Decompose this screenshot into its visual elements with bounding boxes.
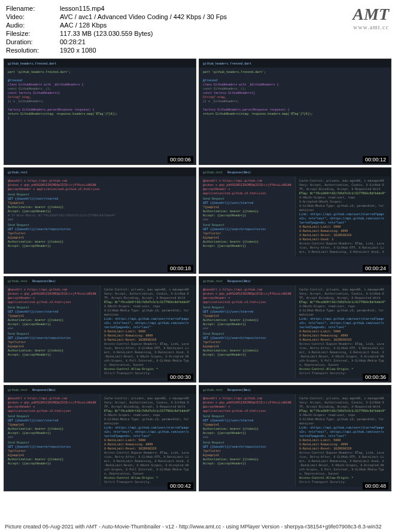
metadata-header: Filename:lesson115.mp4 Video:AVC / avc1 … — [0, 0, 395, 57]
timestamp: 00:00:12 — [363, 156, 388, 163]
thumbnail-6: github.restResponse(8ms) @baseUrl = http… — [199, 276, 391, 383]
video-label: Video: — [6, 13, 60, 20]
timestamp: 00:00:24 — [363, 265, 388, 272]
filesize-label: Filesize: — [6, 30, 60, 37]
thumbnail-4: github.restResponse(8ms) @baseUrl = http… — [199, 167, 391, 274]
tab-file: github_headers.freezed.dart — [203, 62, 251, 65]
timestamp: 00:00:48 — [363, 482, 388, 490]
video-value: AVC / avc1 / Advanced Video Coding / 442… — [60, 13, 227, 20]
footer-credits: Picture created 05-Aug-2021 with AMT - A… — [0, 521, 395, 532]
logo-text: AMT — [353, 5, 389, 24]
audio-label: Audio: — [6, 22, 60, 29]
thumbnail-2: github_headers.freezed.dart part 'github… — [199, 59, 391, 165]
thumbnail-7: github.restResponse(8ms) @baseUrl = http… — [4, 385, 196, 491]
filesize-value: 117.33 MB (123.030.559 Bytes) — [60, 30, 153, 37]
tab-file: github_headers.freezed.dart — [8, 62, 56, 65]
thumbnail-3: github.rest @baseUrl = https://api.githu… — [4, 167, 196, 274]
filename-value: lesson115.mp4 — [60, 5, 105, 12]
duration-label: Duration: — [6, 38, 60, 45]
amt-logo: AMT www.amt.cc — [353, 5, 389, 54]
metadata-table: Filename:lesson115.mp4 Video:AVC / avc1 … — [6, 5, 227, 54]
timestamp: 00:00:42 — [168, 482, 193, 490]
filename-label: Filename: — [6, 5, 60, 12]
thumbnail-5: github.restResponse(8ms) @baseUrl = http… — [4, 276, 196, 383]
timestamp: 00:00:06 — [168, 156, 193, 163]
resolution-label: Resolution: — [6, 47, 60, 54]
resolution-value: 1920 x 1080 — [60, 47, 96, 54]
thumbnail-grid: github_headers.freezed.dart part 'github… — [0, 57, 395, 493]
tab-file: github.rest — [8, 170, 28, 174]
timestamp: 00:00:30 — [168, 374, 193, 381]
timestamp: 00:00:36 — [363, 374, 388, 381]
thumbnail-8: github.restResponse(8ms) @baseUrl = http… — [199, 385, 391, 491]
timestamp: 00:00:18 — [168, 265, 193, 272]
duration-value: 00:28:21 — [60, 38, 86, 45]
logo-url: www.amt.cc — [353, 24, 389, 30]
thumbnail-1: github_headers.freezed.dart part 'github… — [4, 59, 196, 165]
audio-value: AAC / 128 Kbps — [60, 22, 107, 29]
